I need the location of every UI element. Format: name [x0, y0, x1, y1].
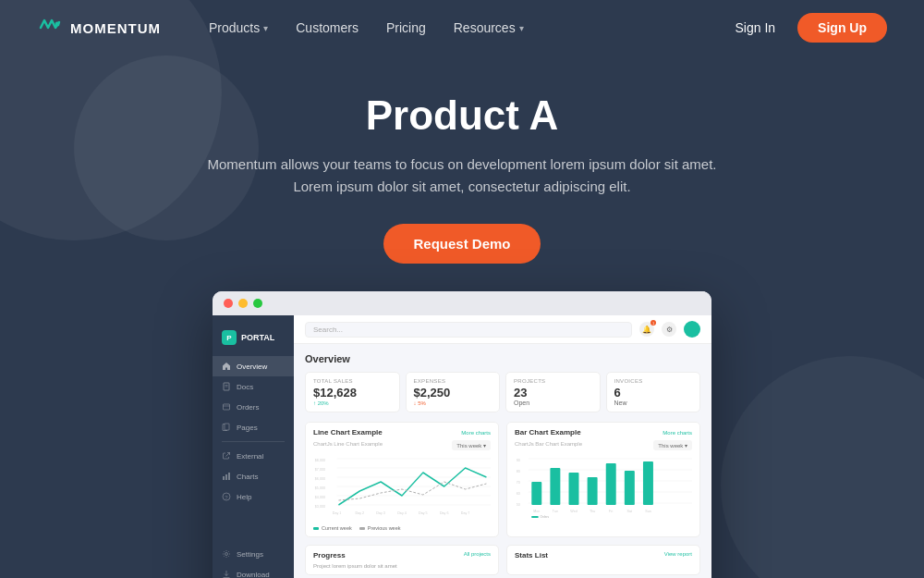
app-layout: P PORTAL Overview Docs — [213, 315, 711, 578]
sidebar-item-pages[interactable]: Pages — [213, 417, 294, 437]
stats-list-header: Stats List View report — [515, 551, 692, 560]
settings-icon — [222, 549, 231, 559]
svg-text:Thu: Thu — [590, 510, 595, 513]
sidebar-item-overview[interactable]: Overview — [213, 356, 294, 376]
legend-current-dot — [313, 527, 319, 530]
svg-line-9 — [226, 453, 230, 457]
progress-header: Progress All projects — [313, 551, 491, 560]
window-titlebar — [213, 291, 711, 315]
hero-title: Product A — [18, 92, 906, 139]
svg-text:$3,000: $3,000 — [315, 505, 325, 509]
sidebar-divider — [222, 441, 285, 442]
nav-products[interactable]: Products ▾ — [198, 15, 279, 41]
nav-resources[interactable]: Resources ▾ — [443, 15, 535, 41]
main-content: Search... 🔔1 ⚙ Overview TOTAL SALES — [294, 315, 711, 578]
svg-text:Wed: Wed — [570, 510, 577, 513]
svg-text:Day 3: Day 3 — [376, 511, 385, 515]
logo-icon — [37, 15, 63, 41]
sidebar-item-download[interactable]: Download — [213, 564, 294, 578]
nav-pricing[interactable]: Pricing — [375, 15, 437, 41]
svg-rect-50 — [588, 477, 598, 505]
external-icon — [222, 451, 231, 461]
sidebar-item-orders[interactable]: Orders — [213, 397, 294, 417]
navbar: MOMENTUM Products ▾ Customers Pricing Re… — [0, 0, 924, 55]
overview-heading: Overview — [305, 353, 700, 364]
legend-previous: Previous week — [359, 525, 401, 531]
svg-text:$6,000: $6,000 — [315, 477, 325, 481]
svg-text:Day 2: Day 2 — [356, 511, 365, 515]
help-icon: ? — [222, 492, 231, 501]
sign-up-button[interactable]: Sign Up — [797, 13, 887, 43]
nav-actions: Sign In Sign Up — [724, 13, 887, 43]
svg-point-15 — [225, 553, 228, 556]
sign-in-button[interactable]: Sign In — [724, 15, 787, 41]
request-demo-button[interactable]: Request Demo — [383, 224, 540, 264]
app-window: P PORTAL Overview Docs — [213, 291, 711, 578]
svg-text:Day 5: Day 5 — [419, 511, 428, 515]
notification-icon[interactable]: 🔔1 — [639, 322, 654, 337]
charts-row: Line Chart Example More charts ChartJs L… — [305, 422, 700, 537]
svg-text:70: 70 — [517, 481, 520, 485]
docs-icon — [222, 382, 231, 391]
brand-name: MOMENTUM — [70, 20, 161, 36]
svg-text:Day 7: Day 7 — [461, 511, 470, 515]
stat-expenses: EXPENSES $2,250 ↓ 5% — [406, 372, 501, 412]
svg-rect-11 — [225, 474, 227, 480]
sidebar-item-charts[interactable]: Charts — [213, 466, 294, 486]
svg-text:60: 60 — [517, 492, 520, 496]
svg-rect-5 — [224, 404, 230, 410]
nav-links: Products ▾ Customers Pricing Resources ▾ — [198, 15, 724, 41]
brand-logo[interactable]: MOMENTUM — [37, 15, 161, 41]
sidebar-item-docs[interactable]: Docs — [213, 376, 294, 397]
svg-rect-47 — [531, 482, 541, 505]
line-chart-legend: Current week Previous week — [313, 525, 491, 531]
svg-text:Tue: Tue — [553, 510, 558, 513]
svg-text:80: 80 — [517, 470, 520, 473]
app-screenshot: P PORTAL Overview Docs — [0, 291, 924, 578]
svg-text:Day 1: Day 1 — [333, 511, 342, 515]
svg-rect-10 — [223, 476, 225, 480]
bottom-row: Progress All projects Project lorem ipsu… — [305, 545, 700, 575]
hero-section: Product A Momentum allows your teams to … — [0, 55, 924, 291]
stat-projects: PROJECTS 23 Open — [505, 372, 601, 412]
nav-customers[interactable]: Customers — [285, 15, 370, 41]
svg-text:$7,000: $7,000 — [315, 468, 325, 472]
app-topbar: Search... 🔔1 ⚙ — [294, 315, 711, 344]
line-chart-card: Line Chart Example More charts ChartJs L… — [305, 422, 499, 537]
bar-chart-svg: 90 80 70 60 50 — [515, 454, 692, 519]
legend-previous-dot — [359, 527, 365, 530]
stats-row: TOTAL SALES $12,628 ↑ 20% EXPENSES $2,25… — [305, 372, 700, 412]
svg-rect-61 — [531, 516, 538, 518]
bar-chart-header: Bar Chart Example More charts — [515, 428, 692, 437]
svg-rect-12 — [228, 473, 230, 480]
sidebar-item-help[interactable]: ? Help — [213, 486, 294, 507]
svg-point-1 — [55, 22, 60, 27]
progress-card: Progress All projects Project lorem ipsu… — [305, 545, 499, 575]
sidebar-logo: P PORTAL — [213, 323, 294, 356]
user-avatar[interactable] — [684, 321, 700, 338]
svg-text:Fri: Fri — [609, 510, 613, 513]
legend-current: Current week — [313, 525, 352, 531]
svg-text:?: ? — [225, 495, 228, 500]
pages-icon — [222, 423, 231, 432]
sidebar: P PORTAL Overview Docs — [213, 315, 294, 578]
chevron-down-icon: ▾ — [263, 23, 268, 33]
svg-text:Day 4: Day 4 — [397, 511, 407, 515]
svg-rect-52 — [625, 471, 635, 505]
stat-total-sales: TOTAL SALES $12,628 ↑ 20% — [305, 372, 400, 412]
window-minimize-dot — [238, 299, 248, 308]
sidebar-item-settings[interactable]: Settings — [213, 544, 294, 564]
download-icon — [222, 570, 231, 578]
hero-subtitle: Momentum allows your teams to focus on d… — [18, 154, 906, 198]
sidebar-logo-icon: P — [222, 330, 237, 345]
sidebar-item-external[interactable]: External — [213, 446, 294, 466]
svg-rect-49 — [569, 473, 579, 505]
gear-icon[interactable]: ⚙ — [662, 322, 676, 337]
window-maximize-dot — [253, 299, 262, 308]
svg-rect-53 — [643, 461, 653, 505]
stat-invoices: INVOICES 6 New — [606, 372, 701, 412]
search-bar[interactable]: Search... — [305, 322, 632, 338]
svg-rect-8 — [225, 424, 229, 430]
svg-text:Day 6: Day 6 — [440, 511, 449, 515]
home-icon — [222, 362, 231, 371]
